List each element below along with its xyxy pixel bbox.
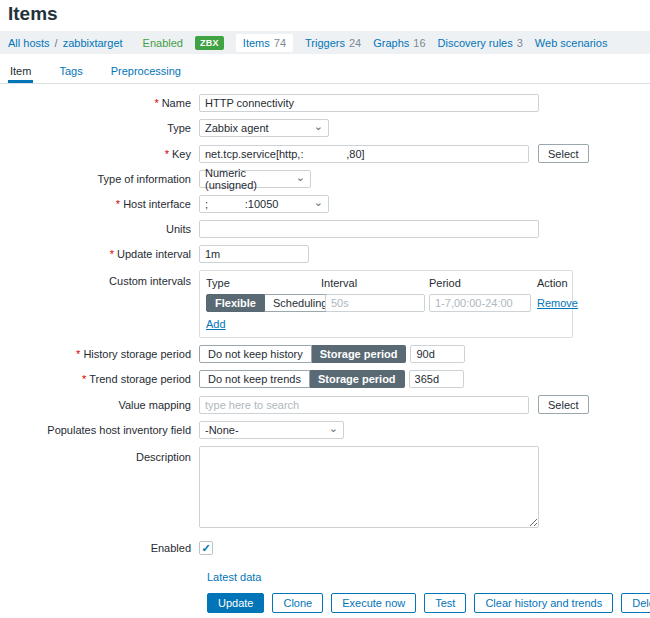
- nav-items-label[interactable]: Items: [243, 37, 270, 49]
- inventory-row: Populates host inventory field -None- ⌄: [0, 421, 650, 439]
- chevron-down-icon: ⌄: [314, 121, 323, 131]
- latest-data-link[interactable]: Latest data: [207, 571, 261, 583]
- delete-button[interactable]: Delete: [621, 593, 650, 613]
- history-period-input[interactable]: [410, 345, 465, 363]
- breadcrumb: All hosts / zabbixtarget: [8, 37, 123, 49]
- clone-button[interactable]: Clone: [272, 593, 323, 613]
- nav-items[interactable]: Items 74: [236, 34, 293, 52]
- host-interface-label: *Host interface: [0, 195, 199, 213]
- breadcrumb-all-hosts[interactable]: All hosts: [8, 37, 50, 49]
- description-row: Description: [0, 446, 650, 528]
- type-select-value: Zabbix agent: [205, 122, 269, 134]
- test-button[interactable]: Test: [424, 593, 466, 613]
- host-breadcrumb-bar: All hosts / zabbixtarget Enabled ZBX Ite…: [0, 31, 650, 54]
- nav-graphs-label[interactable]: Graphs: [373, 37, 409, 49]
- update-interval-label: *Update interval: [0, 245, 199, 263]
- nav-discovery-rules-label[interactable]: Discovery rules: [438, 37, 513, 49]
- type-label: Type: [0, 119, 199, 137]
- description-label: Description: [0, 446, 199, 466]
- trend-period-input[interactable]: [409, 370, 464, 388]
- description-textarea[interactable]: [199, 446, 539, 528]
- nav-triggers-label[interactable]: Triggers: [305, 37, 345, 49]
- ci-header-type: Type: [206, 277, 321, 289]
- trend-storage-period-option[interactable]: Storage period: [310, 370, 405, 388]
- type-of-information-label: Type of information: [0, 170, 199, 188]
- trend-do-not-keep-option[interactable]: Do not keep trends: [199, 370, 310, 388]
- history-do-not-keep-option[interactable]: Do not keep history: [199, 345, 312, 363]
- required-asterisk: *: [154, 97, 158, 109]
- nav-web-scenarios[interactable]: Web scenarios: [535, 37, 608, 49]
- ci-flexible-option[interactable]: Flexible: [206, 294, 265, 312]
- type-select[interactable]: Zabbix agent ⌄: [199, 119, 329, 137]
- required-asterisk: *: [82, 373, 86, 385]
- breadcrumb-separator: /: [55, 37, 58, 49]
- type-of-information-value: Numeric (unsigned): [205, 167, 290, 191]
- nav-graphs[interactable]: Graphs 16: [373, 37, 425, 49]
- ci-interval-input[interactable]: [325, 294, 425, 312]
- zbx-agent-badge: ZBX: [195, 36, 224, 50]
- custom-intervals-row: Custom intervals Type Interval Period Ac…: [0, 270, 650, 338]
- units-label: Units: [0, 220, 199, 238]
- ci-add-link[interactable]: Add: [206, 318, 226, 330]
- key-row: *Key Select: [0, 144, 650, 163]
- host-interface-row: *Host interface ; :10050 ⌄: [0, 195, 650, 213]
- enabled-row: Enabled ✓: [0, 539, 650, 557]
- host-status-enabled: Enabled: [143, 37, 183, 49]
- execute-now-button[interactable]: Execute now: [331, 593, 416, 613]
- update-interval-input[interactable]: [199, 245, 309, 263]
- ci-header-action: Action: [537, 277, 578, 289]
- tab-preprocessing[interactable]: Preprocessing: [109, 57, 183, 83]
- update-button[interactable]: Update: [207, 593, 264, 613]
- inventory-select[interactable]: -None- ⌄: [199, 421, 344, 439]
- chevron-down-icon: ⌄: [314, 197, 323, 207]
- trend-storage-row: *Trend storage period Do not keep trends…: [0, 370, 650, 388]
- required-asterisk: *: [76, 348, 80, 360]
- name-label: *Name: [0, 94, 199, 112]
- ci-header-interval: Interval: [321, 277, 429, 289]
- key-input[interactable]: [199, 145, 529, 163]
- type-of-information-select[interactable]: Numeric (unsigned) ⌄: [199, 170, 311, 188]
- ci-remove-link[interactable]: Remove: [537, 297, 578, 309]
- breadcrumb-host[interactable]: zabbixtarget: [63, 37, 123, 49]
- history-storage-row: *History storage period Do not keep hist…: [0, 345, 650, 363]
- value-mapping-input[interactable]: [199, 396, 529, 414]
- nav-triggers[interactable]: Triggers 24: [305, 37, 361, 49]
- history-storage-label: *History storage period: [0, 345, 199, 363]
- key-label: *Key: [0, 145, 199, 163]
- inventory-label: Populates host inventory field: [0, 421, 199, 439]
- history-storage-period-option[interactable]: Storage period: [312, 345, 407, 363]
- chevron-down-icon: ⌄: [296, 172, 305, 182]
- name-row: *Name: [0, 94, 650, 112]
- trend-segmented: Do not keep trends Storage period: [199, 370, 405, 388]
- form-footer-buttons: Update Clone Execute now Test Clear hist…: [207, 593, 650, 613]
- nav-discovery-rules[interactable]: Discovery rules 3: [438, 37, 523, 49]
- key-select-button[interactable]: Select: [538, 144, 589, 163]
- host-interface-value: ; :10050: [205, 198, 278, 210]
- history-segmented: Do not keep history Storage period: [199, 345, 406, 363]
- enabled-label: Enabled: [0, 539, 199, 557]
- tab-item[interactable]: Item: [8, 57, 33, 83]
- ci-type-segmented: Flexible Scheduling: [206, 294, 321, 312]
- check-icon: ✓: [201, 542, 210, 555]
- update-interval-row: *Update interval: [0, 245, 650, 263]
- value-mapping-label: Value mapping: [0, 396, 199, 414]
- tab-tags[interactable]: Tags: [57, 57, 84, 83]
- host-interface-select[interactable]: ; :10050 ⌄: [199, 195, 329, 213]
- clear-history-button[interactable]: Clear history and trends: [474, 593, 613, 613]
- ci-period-input[interactable]: [429, 294, 531, 312]
- nav-web-scenarios-label[interactable]: Web scenarios: [535, 37, 608, 49]
- name-input[interactable]: [199, 94, 539, 112]
- value-mapping-select-button[interactable]: Select: [538, 395, 589, 414]
- enabled-checkbox[interactable]: ✓: [199, 541, 213, 555]
- inventory-select-value: -None-: [205, 424, 239, 436]
- units-input[interactable]: [199, 220, 539, 238]
- trend-storage-label: *Trend storage period: [0, 370, 199, 388]
- value-mapping-row: Value mapping Select: [0, 395, 650, 414]
- tab-bar: Item Tags Preprocessing: [0, 57, 650, 84]
- nav-graphs-count: 16: [413, 37, 425, 49]
- page-title: Items: [0, 0, 650, 31]
- custom-intervals-box: Type Interval Period Action Flexible Sch…: [199, 270, 573, 338]
- ci-header-period: Period: [429, 277, 537, 289]
- chevron-down-icon: ⌄: [329, 423, 338, 433]
- required-asterisk: *: [165, 148, 169, 160]
